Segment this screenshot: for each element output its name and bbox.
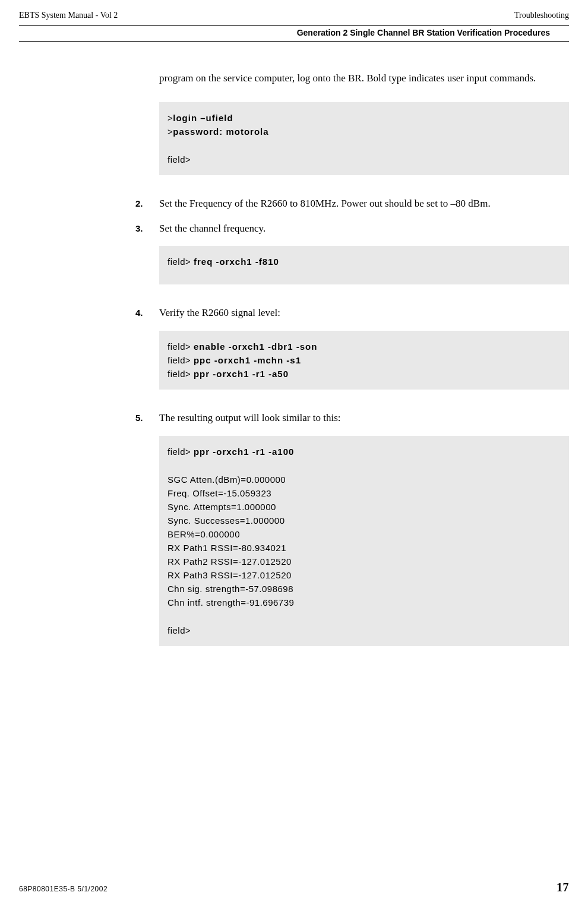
out-chnsig: Chn sig. strength=-57.098698: [167, 584, 561, 594]
cmd-password: password: motorola: [173, 126, 268, 137]
out-sgc: SGC Atten.(dBm)=0.000000: [167, 474, 561, 485]
cmd-ppr100: ppr -orxch1 -r1 -a100: [194, 447, 294, 457]
code-block-output: field> ppr -orxch1 -r1 -a100 SGC Atten.(…: [159, 436, 569, 646]
out-chnintf: Chn intf. strength=-91.696739: [167, 597, 561, 607]
step-number: 2.: [135, 198, 159, 208]
page-number: 17: [557, 881, 569, 894]
cmd-enable: enable -orxch1 -dbr1 -son: [194, 341, 317, 352]
header-right: Troubleshooting: [514, 11, 569, 20]
out-rssi3: RX Path3 RSSI=-127.012520: [167, 570, 561, 580]
cmd-freq: freq -orxch1 -f810: [194, 257, 279, 267]
prompt: >: [167, 126, 173, 137]
intro-paragraph: program on the service computer, log ont…: [159, 71, 569, 86]
page-footer: 68P80801E35-B 5/1/2002 17: [19, 881, 569, 894]
step-number: 4.: [135, 308, 159, 318]
prompt-field: field>: [167, 341, 194, 352]
out-rssi1: RX Path1 RSSI=-80.934021: [167, 543, 561, 553]
step-number: 5.: [135, 413, 159, 423]
step-2: 2. Set the Frequency of the R2660 to 810…: [135, 197, 569, 211]
page-subheader: Generation 2 Single Channel BR Station V…: [19, 25, 569, 42]
code-block-verify: field> enable -orxch1 -dbr1 -son field> …: [159, 331, 569, 390]
prompt-field: field>: [167, 257, 194, 267]
step-text: Verify the R2660 signal level:: [159, 306, 280, 320]
cmd-ppr50: ppr -orxch1 -r1 -a50: [194, 369, 289, 379]
header-left: EBTS System Manual - Vol 2: [19, 11, 118, 20]
prompt-field: field>: [167, 355, 194, 365]
page-header: EBTS System Manual - Vol 2 Troubleshooti…: [0, 0, 588, 24]
footer-docid: 68P80801E35-B 5/1/2002: [19, 885, 108, 893]
out-freqoffset: Freq. Offset=-15.059323: [167, 488, 561, 498]
out-syncsuccess: Sync. Successes=1.000000: [167, 515, 561, 526]
prompt: >: [167, 113, 173, 123]
step-4: 4. Verify the R2660 signal level:: [135, 306, 569, 320]
prompt-field: field>: [167, 369, 194, 379]
prompt-field: field>: [167, 154, 561, 164]
step-5: 5. The resulting output will look simila…: [135, 411, 569, 425]
code-block-freq: field> freq -orxch1 -f810: [159, 246, 569, 284]
step-text: Set the Frequency of the R2660 to 810MHz…: [159, 197, 491, 211]
code-block-login: >login –ufield >password: motorola field…: [159, 102, 569, 175]
out-rssi2: RX Path2 RSSI=-127.012520: [167, 556, 561, 567]
prompt-field: field>: [167, 447, 194, 457]
step-text: The resulting output will look similar t…: [159, 411, 341, 425]
step-number: 3.: [135, 223, 159, 233]
step-text: Set the channel frequency.: [159, 221, 265, 236]
step-3: 3. Set the channel frequency.: [135, 221, 569, 236]
prompt-field: field>: [167, 625, 561, 635]
out-ber: BER%=0.000000: [167, 529, 561, 539]
out-syncattempts: Sync. Attempts=1.000000: [167, 502, 561, 512]
cmd-ppc: ppc -orxch1 -mchn -s1: [194, 355, 301, 365]
page-content: program on the service computer, log ont…: [0, 42, 588, 646]
cmd-login: login –ufield: [173, 113, 233, 123]
